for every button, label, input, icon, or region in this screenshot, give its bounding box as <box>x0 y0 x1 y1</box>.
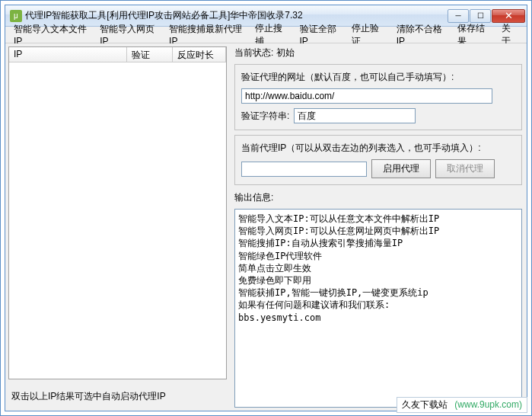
menubar: 智能导入文本文件IP 智能导入网页IP 智能搜捕最新代理IP 停止搜捕 验证全部… <box>5 27 527 43</box>
verify-url-input[interactable] <box>241 88 492 104</box>
watermark-name: 久友下载站 <box>402 399 448 410</box>
watermark-url: (www.9upk.com) <box>454 399 522 410</box>
verify-str-label: 验证字符串: <box>241 110 289 123</box>
table-body[interactable] <box>9 62 226 379</box>
status-label: 当前状态: <box>234 46 273 59</box>
ip-table[interactable]: IP 验证 反应时长 <box>8 46 227 379</box>
left-pane: IP 验证 反应时长 双击以上IP结果可选中自动启动代理IP <box>5 43 230 411</box>
output-textarea[interactable]: 智能导入文本IP:可以从任意文本文件中解析出IP 智能导入网页IP:可以从任意网… <box>234 209 522 408</box>
proxy-label: 当前代理IP（可以从双击左边的列表选入，也可手动填入）: <box>241 142 481 155</box>
app-icon: μ <box>10 10 22 22</box>
right-pane: 当前状态: 初始 验证代理的网址（默认百度，也可以自己手动填写）: 验证字符串: <box>230 43 527 411</box>
left-hint-label: 双击以上IP结果可选中自动启动代理IP <box>8 379 227 408</box>
verify-group: 验证代理的网址（默认百度，也可以自己手动填写）: 验证字符串: <box>234 64 522 130</box>
col-verify[interactable]: 验证 <box>127 47 173 62</box>
output-label: 输出信息: <box>234 191 522 204</box>
proxy-ip-input[interactable] <box>241 162 367 177</box>
col-latency[interactable]: 反应时长 <box>173 47 226 62</box>
verify-str-input[interactable] <box>294 108 416 123</box>
watermark: 久友下载站 (www.9upk.com) <box>397 397 527 413</box>
verify-url-label: 验证代理的网址（默认百度，也可以自己手动填写）: <box>241 71 454 84</box>
start-proxy-button[interactable]: 启用代理 <box>371 159 431 178</box>
col-ip[interactable]: IP <box>9 47 127 62</box>
cancel-proxy-button[interactable]: 取消代理 <box>435 159 495 178</box>
status-value: 初始 <box>276 46 295 59</box>
main-window: μ 代理IP智能获取工具[利用代理IP攻击网站必备工具]华中帝国收录7.32 ─… <box>5 5 527 411</box>
proxy-group: 当前代理IP（可以从双击左边的列表选入，也可手动填入）: 启用代理 取消代理 <box>234 135 522 185</box>
